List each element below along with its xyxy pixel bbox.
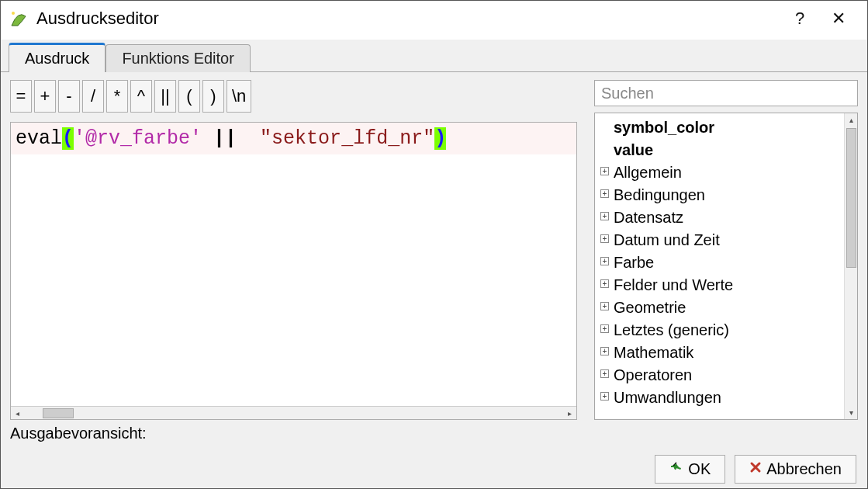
- right-pane: symbol_colorvalue+Allgemein+Bedingungen+…: [594, 80, 858, 420]
- operator-toolbar: = + - / * ^ || ( ) \n: [10, 80, 577, 113]
- tree-item-label: Umwandlungen: [614, 389, 721, 406]
- tree-item-label: Letztes (generic): [614, 321, 729, 338]
- tok-concat: ||: [213, 127, 237, 150]
- op-divide[interactable]: /: [82, 80, 104, 113]
- expand-icon[interactable]: +: [600, 257, 609, 265]
- tab-bar: Ausdruck Funktions Editor: [1, 40, 867, 72]
- tree-item[interactable]: +Datensatz: [598, 206, 841, 229]
- cancel-button[interactable]: Abbrechen: [735, 455, 856, 484]
- tok-field: "sektor_lfd_nr": [260, 127, 434, 150]
- tree-item-label: Mathematik: [614, 344, 693, 361]
- expand-icon[interactable]: +: [600, 167, 609, 175]
- expression-line: eval('@rv_farbe' || "sektor_lfd_nr"): [11, 123, 576, 154]
- expand-icon[interactable]: +: [600, 279, 609, 288]
- content-area: = + - / * ^ || ( ) \n eval('@rv_farbe' |…: [1, 72, 867, 420]
- window-title: Ausdruckseditor: [36, 9, 780, 29]
- expression-editor[interactable]: eval('@rv_farbe' || "sektor_lfd_nr") ◂ ▸: [10, 122, 577, 420]
- expand-icon[interactable]: +: [600, 302, 609, 310]
- help-button[interactable]: ?: [780, 1, 819, 36]
- op-plus[interactable]: +: [34, 80, 56, 113]
- tree-item[interactable]: +Bedingungen: [598, 184, 841, 206]
- op-minus[interactable]: -: [58, 80, 80, 113]
- scroll-v-thumb[interactable]: [846, 128, 856, 268]
- op-paren-close[interactable]: ): [202, 80, 224, 113]
- tree-item[interactable]: +Farbe: [598, 251, 841, 274]
- ok-icon: [669, 460, 683, 478]
- op-equals[interactable]: =: [10, 80, 32, 113]
- tree-item-label: Farbe: [614, 254, 654, 271]
- scroll-right-icon[interactable]: ▸: [563, 407, 576, 420]
- expand-icon[interactable]: +: [600, 234, 609, 243]
- op-paren-open[interactable]: (: [178, 80, 200, 113]
- preview-row: Ausgabevoransicht:: [1, 420, 867, 447]
- tok-paren-open: (: [62, 127, 74, 150]
- tree-item[interactable]: +Letztes (generic): [598, 319, 841, 342]
- ok-label: OK: [688, 460, 711, 478]
- tree-item[interactable]: +Felder und Werte: [598, 274, 841, 297]
- scroll-left-icon[interactable]: ◂: [11, 407, 24, 420]
- tree-item[interactable]: symbol_color: [598, 116, 841, 139]
- tree-v-scrollbar[interactable]: ▴ ▾: [844, 113, 857, 419]
- tree-item-label: Operatoren: [614, 366, 692, 383]
- editor-h-scrollbar[interactable]: ◂ ▸: [11, 406, 576, 419]
- expand-icon[interactable]: +: [600, 392, 609, 401]
- scroll-down-icon[interactable]: ▾: [845, 406, 857, 419]
- titlebar: Ausdruckseditor ? ✕: [1, 1, 867, 36]
- svg-point-0: [12, 12, 15, 15]
- op-concat[interactable]: ||: [154, 80, 176, 113]
- expand-icon[interactable]: +: [600, 212, 609, 220]
- tok-string: '@rv_farbe': [74, 127, 202, 150]
- expand-icon[interactable]: +: [600, 369, 609, 378]
- op-power[interactable]: ^: [130, 80, 152, 113]
- dialog-buttons: OK Abbrechen: [1, 447, 867, 489]
- op-multiply[interactable]: *: [106, 80, 128, 113]
- tree-item[interactable]: +Umwandlungen: [598, 387, 841, 409]
- search-input[interactable]: [594, 80, 858, 106]
- tree-item-label: Geometrie: [614, 299, 686, 316]
- scroll-h-track[interactable]: [24, 407, 563, 420]
- tree-item[interactable]: +Geometrie: [598, 297, 841, 319]
- tree-item-label: Datensatz: [614, 209, 683, 226]
- function-tree: symbol_colorvalue+Allgemein+Bedingungen+…: [594, 113, 858, 420]
- op-newline[interactable]: \n: [227, 80, 251, 113]
- ok-button[interactable]: OK: [655, 455, 725, 484]
- tree-item-label: Felder und Werte: [614, 276, 733, 293]
- tree-item[interactable]: +Mathematik: [598, 342, 841, 364]
- tree-item-label: Bedingungen: [614, 186, 705, 203]
- cancel-icon: [749, 461, 762, 477]
- expand-icon[interactable]: +: [600, 324, 609, 333]
- tree-item[interactable]: +Operatoren: [598, 364, 841, 387]
- scroll-v-track[interactable]: [845, 127, 857, 406]
- tab-expression[interactable]: Ausdruck: [9, 43, 105, 72]
- expand-icon[interactable]: +: [600, 189, 609, 198]
- scroll-up-icon[interactable]: ▴: [845, 113, 857, 127]
- tree-item-label: value: [614, 141, 653, 158]
- preview-label: Ausgabevoransicht:: [10, 425, 147, 442]
- tree-item[interactable]: +Datum und Zeit: [598, 229, 841, 251]
- tok-paren-close: ): [434, 127, 446, 150]
- close-button[interactable]: ✕: [819, 1, 858, 36]
- tree-item-label: Allgemein: [614, 164, 682, 181]
- scroll-h-thumb[interactable]: [43, 408, 74, 418]
- tree-item-label: symbol_color: [614, 119, 714, 136]
- tab-function-editor[interactable]: Funktions Editor: [105, 44, 251, 72]
- cancel-label: Abbrechen: [766, 460, 842, 478]
- expand-icon[interactable]: +: [600, 347, 609, 355]
- tok-func: eval: [16, 127, 62, 150]
- tree-list: symbol_colorvalue+Allgemein+Bedingungen+…: [595, 113, 844, 419]
- tree-item[interactable]: +Allgemein: [598, 161, 841, 184]
- tree-item[interactable]: value: [598, 139, 841, 161]
- tree-item-label: Datum und Zeit: [614, 231, 720, 248]
- app-icon: [9, 9, 29, 29]
- left-pane: = + - / * ^ || ( ) \n eval('@rv_farbe' |…: [10, 80, 577, 420]
